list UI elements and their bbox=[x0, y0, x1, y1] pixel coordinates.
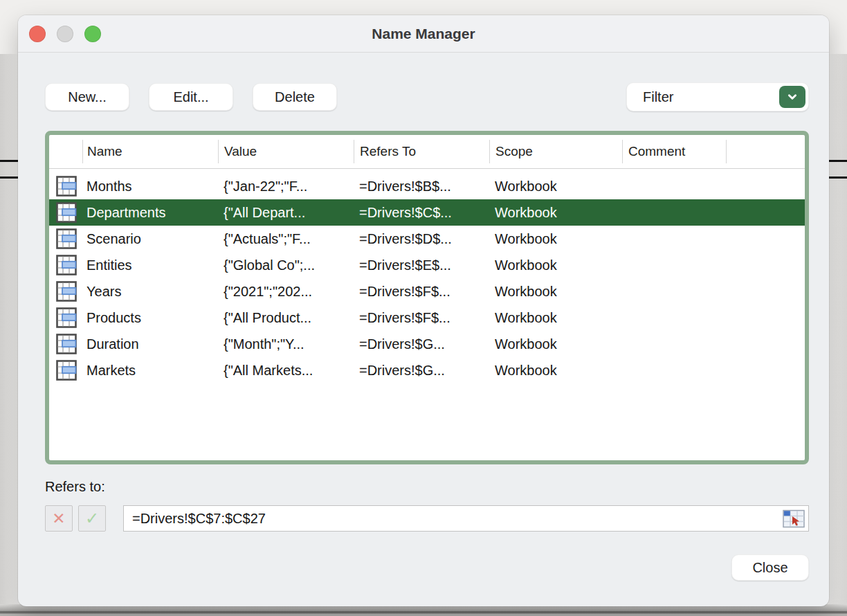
row-value: {"All Depart... bbox=[218, 199, 354, 226]
row-value: {"All Markets... bbox=[218, 357, 354, 383]
edit-button[interactable]: Edit... bbox=[149, 83, 233, 111]
delete-button[interactable]: Delete bbox=[253, 83, 337, 111]
row-name: Markets bbox=[82, 357, 218, 383]
named-range-icon bbox=[56, 360, 77, 381]
table-row[interactable]: Entities {"Global Co";... =Drivers!$E$..… bbox=[49, 252, 805, 278]
named-range-icon bbox=[56, 255, 77, 275]
table-row[interactable]: Departments {"All Depart... =Drivers!$C$… bbox=[49, 199, 805, 226]
table-header: Name Value Refers To Scope Comment bbox=[49, 135, 805, 169]
row-name: Duration bbox=[82, 331, 218, 357]
row-scope: Workbook bbox=[489, 278, 622, 305]
traffic-lights bbox=[29, 15, 101, 52]
background-app-edge-right bbox=[829, 54, 847, 605]
refers-to-value: =Drivers!$C$7:$C$27 bbox=[124, 511, 266, 527]
row-refers-to: =Drivers!$G... bbox=[354, 357, 489, 383]
column-header-refers-to[interactable]: Refers To bbox=[354, 140, 489, 163]
confirm-edit-button[interactable]: ✓ bbox=[78, 505, 106, 532]
cancel-edit-button[interactable]: ✕ bbox=[45, 505, 73, 532]
row-value: {"Month";"Y... bbox=[218, 331, 354, 357]
row-name: Products bbox=[82, 305, 218, 331]
background-app-edge-left bbox=[0, 54, 18, 605]
row-value: {"All Product... bbox=[218, 305, 354, 331]
row-scope: Workbook bbox=[489, 331, 622, 357]
column-header-filler bbox=[726, 140, 805, 163]
named-range-icon bbox=[56, 176, 77, 197]
table-row[interactable]: Years {"2021";"202... =Drivers!$F$... Wo… bbox=[49, 278, 805, 305]
row-refers-to: =Drivers!$D$... bbox=[354, 226, 489, 252]
titlebar: Name Manager bbox=[18, 15, 829, 53]
row-refers-to: =Drivers!$E$... bbox=[354, 252, 489, 278]
x-icon: ✕ bbox=[52, 511, 65, 527]
row-scope: Workbook bbox=[489, 199, 622, 226]
checkmark-icon: ✓ bbox=[85, 510, 99, 527]
row-refers-to: =Drivers!$B$... bbox=[354, 173, 489, 199]
refers-to-input[interactable]: =Drivers!$C$7:$C$27 bbox=[123, 505, 809, 532]
toolbar: New... Edit... Delete Filter bbox=[45, 82, 809, 111]
row-refers-to: =Drivers!$C$... bbox=[354, 199, 489, 226]
row-name: Entities bbox=[82, 252, 218, 278]
column-header-comment[interactable]: Comment bbox=[622, 140, 726, 163]
close-window-button[interactable] bbox=[29, 26, 46, 42]
row-value: {"Global Co";... bbox=[218, 252, 354, 278]
column-header-name[interactable]: Name bbox=[82, 140, 218, 163]
row-name: Months bbox=[82, 173, 218, 199]
close-button[interactable]: Close bbox=[731, 554, 809, 581]
column-header-value[interactable]: Value bbox=[218, 140, 354, 163]
table-row[interactable]: Markets {"All Markets... =Drivers!$G... … bbox=[49, 357, 805, 383]
range-selector-icon[interactable] bbox=[783, 509, 805, 528]
named-range-icon bbox=[56, 202, 77, 223]
filter-chevron-button[interactable] bbox=[779, 86, 805, 108]
range-selector-grid-icon bbox=[783, 509, 805, 528]
row-value: {"2021";"202... bbox=[218, 278, 354, 305]
row-scope: Workbook bbox=[489, 226, 622, 252]
dialog-footer: Close bbox=[45, 554, 809, 581]
named-range-icon bbox=[56, 228, 77, 249]
chevron-down-icon bbox=[785, 89, 800, 105]
table-row[interactable]: Scenario {"Actuals";"F... =Drivers!$D$..… bbox=[49, 226, 805, 252]
filter-label: Filter bbox=[627, 89, 673, 105]
table-row[interactable]: Products {"All Product... =Drivers!$F$..… bbox=[49, 305, 805, 331]
row-value: {"Actuals";"F... bbox=[218, 226, 354, 252]
named-range-icon bbox=[56, 281, 77, 302]
name-list: Months {"Jan-22";"F... =Drivers!$B$... W… bbox=[49, 169, 805, 383]
minimize-window-button bbox=[57, 26, 73, 42]
row-value: {"Jan-22";"F... bbox=[218, 173, 354, 199]
dialog-content: New... Edit... Delete Filter Name Value … bbox=[18, 82, 829, 581]
refers-to-editor: ✕ ✓ =Drivers!$C$7:$C$27 bbox=[45, 505, 809, 532]
column-header-scope[interactable]: Scope bbox=[489, 140, 622, 163]
names-table: Name Value Refers To Scope Comment Month… bbox=[45, 131, 809, 464]
row-refers-to: =Drivers!$F$... bbox=[354, 305, 489, 331]
row-name: Departments bbox=[82, 199, 218, 226]
row-scope: Workbook bbox=[489, 252, 622, 278]
filter-dropdown[interactable]: Filter bbox=[626, 82, 809, 111]
named-range-icon bbox=[56, 334, 77, 354]
row-scope: Workbook bbox=[489, 357, 622, 383]
row-scope: Workbook bbox=[489, 305, 622, 331]
row-scope: Workbook bbox=[489, 173, 622, 199]
name-manager-dialog: Name Manager New... Edit... Delete Filte… bbox=[18, 15, 829, 606]
row-name: Years bbox=[82, 278, 218, 305]
table-row[interactable]: Duration {"Month";"Y... =Drivers!$G... W… bbox=[49, 331, 805, 357]
zoom-window-button[interactable] bbox=[84, 26, 101, 42]
row-refers-to: =Drivers!$F$... bbox=[354, 278, 489, 305]
new-button[interactable]: New... bbox=[45, 83, 129, 111]
row-name: Scenario bbox=[82, 226, 218, 252]
window-title: Name Manager bbox=[18, 26, 829, 42]
row-refers-to: =Drivers!$G... bbox=[354, 331, 489, 357]
table-row[interactable]: Months {"Jan-22";"F... =Drivers!$B$... W… bbox=[49, 173, 805, 199]
refers-to-label: Refers to: bbox=[45, 479, 809, 495]
named-range-icon bbox=[56, 307, 77, 328]
